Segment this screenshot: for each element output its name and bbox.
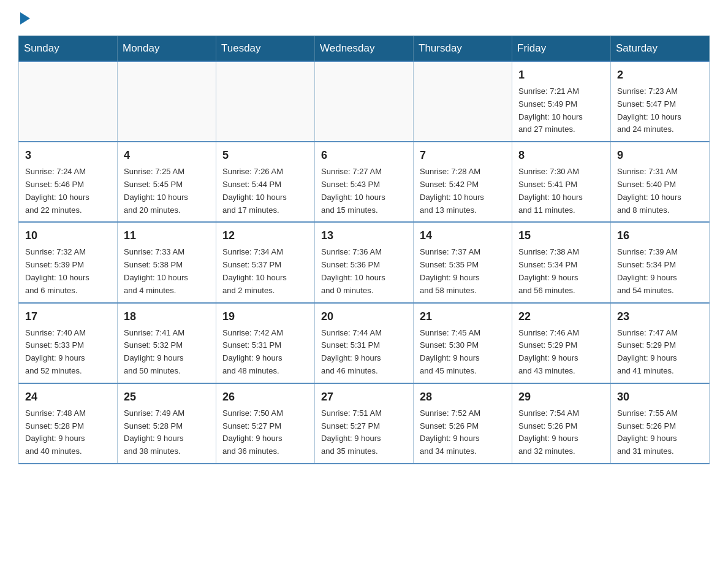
- weekday-header-thursday: Thursday: [414, 36, 512, 62]
- calendar-cell: 21Sunrise: 7:45 AM Sunset: 5:30 PM Dayli…: [414, 303, 512, 383]
- day-info: Sunrise: 7:23 AM Sunset: 5:47 PM Dayligh…: [617, 85, 703, 136]
- calendar-week-row: 17Sunrise: 7:40 AM Sunset: 5:33 PM Dayli…: [19, 303, 710, 383]
- day-number: 24: [25, 389, 111, 405]
- day-number: 27: [321, 389, 407, 405]
- weekday-header-sunday: Sunday: [19, 36, 118, 62]
- calendar-cell: 16Sunrise: 7:39 AM Sunset: 5:34 PM Dayli…: [611, 222, 710, 302]
- day-info: Sunrise: 7:47 AM Sunset: 5:29 PM Dayligh…: [617, 327, 703, 378]
- day-info: Sunrise: 7:26 AM Sunset: 5:44 PM Dayligh…: [222, 166, 308, 216]
- day-info: Sunrise: 7:46 AM Sunset: 5:29 PM Dayligh…: [518, 327, 604, 378]
- day-info: Sunrise: 7:44 AM Sunset: 5:31 PM Dayligh…: [321, 327, 407, 378]
- day-number: 13: [321, 228, 407, 244]
- day-number: 12: [222, 228, 308, 244]
- day-info: Sunrise: 7:50 AM Sunset: 5:27 PM Dayligh…: [222, 407, 308, 458]
- day-info: Sunrise: 7:21 AM Sunset: 5:49 PM Dayligh…: [518, 85, 604, 136]
- weekday-header-row: SundayMondayTuesdayWednesdayThursdayFrid…: [19, 36, 710, 62]
- day-number: 1: [518, 67, 604, 83]
- day-number: 21: [420, 308, 506, 325]
- calendar-cell: 12Sunrise: 7:34 AM Sunset: 5:37 PM Dayli…: [216, 222, 315, 302]
- calendar-week-row: 3Sunrise: 7:24 AM Sunset: 5:46 PM Daylig…: [19, 142, 710, 222]
- logo-arrow-icon: [20, 12, 30, 25]
- day-number: 5: [222, 147, 308, 164]
- calendar-cell: 1Sunrise: 7:21 AM Sunset: 5:49 PM Daylig…: [512, 61, 611, 142]
- logo: [18, 12, 30, 23]
- day-info: Sunrise: 7:41 AM Sunset: 5:32 PM Dayligh…: [124, 327, 210, 378]
- calendar-cell: 6Sunrise: 7:27 AM Sunset: 5:43 PM Daylig…: [315, 142, 414, 222]
- calendar-cell: 9Sunrise: 7:31 AM Sunset: 5:40 PM Daylig…: [611, 142, 710, 222]
- calendar-cell: 30Sunrise: 7:55 AM Sunset: 5:26 PM Dayli…: [611, 383, 710, 464]
- day-info: Sunrise: 7:28 AM Sunset: 5:42 PM Dayligh…: [420, 166, 506, 216]
- calendar-cell: 20Sunrise: 7:44 AM Sunset: 5:31 PM Dayli…: [315, 303, 414, 383]
- calendar-cell: 27Sunrise: 7:51 AM Sunset: 5:27 PM Dayli…: [315, 383, 414, 464]
- day-number: 8: [518, 147, 604, 164]
- weekday-header-monday: Monday: [118, 36, 216, 62]
- calendar-cell: [216, 61, 315, 142]
- calendar-cell: 17Sunrise: 7:40 AM Sunset: 5:33 PM Dayli…: [19, 303, 118, 383]
- day-info: Sunrise: 7:36 AM Sunset: 5:36 PM Dayligh…: [321, 246, 407, 297]
- calendar-cell: 2Sunrise: 7:23 AM Sunset: 5:47 PM Daylig…: [611, 61, 710, 142]
- day-info: Sunrise: 7:48 AM Sunset: 5:28 PM Dayligh…: [25, 407, 111, 458]
- day-info: Sunrise: 7:55 AM Sunset: 5:26 PM Dayligh…: [617, 407, 703, 458]
- day-number: 19: [222, 308, 308, 325]
- day-number: 30: [617, 389, 703, 405]
- calendar-week-row: 10Sunrise: 7:32 AM Sunset: 5:39 PM Dayli…: [19, 222, 710, 302]
- day-number: 15: [518, 228, 604, 244]
- calendar-cell: 8Sunrise: 7:30 AM Sunset: 5:41 PM Daylig…: [512, 142, 611, 222]
- calendar-cell: [118, 61, 216, 142]
- day-info: Sunrise: 7:27 AM Sunset: 5:43 PM Dayligh…: [321, 166, 407, 216]
- weekday-header-saturday: Saturday: [611, 36, 710, 62]
- calendar-cell: 15Sunrise: 7:38 AM Sunset: 5:34 PM Dayli…: [512, 222, 611, 302]
- calendar-cell: 4Sunrise: 7:25 AM Sunset: 5:45 PM Daylig…: [118, 142, 216, 222]
- day-number: 22: [518, 308, 604, 325]
- calendar-cell: [19, 61, 118, 142]
- day-number: 20: [321, 308, 407, 325]
- calendar-week-row: 24Sunrise: 7:48 AM Sunset: 5:28 PM Dayli…: [19, 383, 710, 464]
- calendar-cell: 10Sunrise: 7:32 AM Sunset: 5:39 PM Dayli…: [19, 222, 118, 302]
- day-number: 25: [124, 389, 210, 405]
- day-info: Sunrise: 7:52 AM Sunset: 5:26 PM Dayligh…: [420, 407, 506, 458]
- day-number: 3: [25, 147, 111, 164]
- day-number: 28: [420, 389, 506, 405]
- day-info: Sunrise: 7:31 AM Sunset: 5:40 PM Dayligh…: [617, 166, 703, 216]
- logo-general: [18, 12, 30, 23]
- calendar-cell: [414, 61, 512, 142]
- day-info: Sunrise: 7:54 AM Sunset: 5:26 PM Dayligh…: [518, 407, 604, 458]
- day-number: 9: [617, 147, 703, 164]
- calendar-cell: 25Sunrise: 7:49 AM Sunset: 5:28 PM Dayli…: [118, 383, 216, 464]
- day-info: Sunrise: 7:25 AM Sunset: 5:45 PM Dayligh…: [124, 166, 210, 216]
- day-info: Sunrise: 7:30 AM Sunset: 5:41 PM Dayligh…: [518, 166, 604, 216]
- day-number: 11: [124, 228, 210, 244]
- day-number: 7: [420, 147, 506, 164]
- day-number: 6: [321, 147, 407, 164]
- calendar-week-row: 1Sunrise: 7:21 AM Sunset: 5:49 PM Daylig…: [19, 61, 710, 142]
- day-info: Sunrise: 7:51 AM Sunset: 5:27 PM Dayligh…: [321, 407, 407, 458]
- weekday-header-tuesday: Tuesday: [216, 36, 315, 62]
- day-info: Sunrise: 7:38 AM Sunset: 5:34 PM Dayligh…: [518, 246, 604, 297]
- calendar-cell: 11Sunrise: 7:33 AM Sunset: 5:38 PM Dayli…: [118, 222, 216, 302]
- page-header: [18, 12, 710, 23]
- day-number: 2: [617, 67, 703, 83]
- calendar-cell: 7Sunrise: 7:28 AM Sunset: 5:42 PM Daylig…: [414, 142, 512, 222]
- day-number: 14: [420, 228, 506, 244]
- calendar-cell: 23Sunrise: 7:47 AM Sunset: 5:29 PM Dayli…: [611, 303, 710, 383]
- day-number: 18: [124, 308, 210, 325]
- day-info: Sunrise: 7:37 AM Sunset: 5:35 PM Dayligh…: [420, 246, 506, 297]
- calendar-cell: [315, 61, 414, 142]
- calendar-cell: 28Sunrise: 7:52 AM Sunset: 5:26 PM Dayli…: [414, 383, 512, 464]
- day-number: 16: [617, 228, 703, 244]
- weekday-header-friday: Friday: [512, 36, 611, 62]
- day-info: Sunrise: 7:24 AM Sunset: 5:46 PM Dayligh…: [25, 166, 111, 216]
- day-info: Sunrise: 7:39 AM Sunset: 5:34 PM Dayligh…: [617, 246, 703, 297]
- day-number: 23: [617, 308, 703, 325]
- day-info: Sunrise: 7:33 AM Sunset: 5:38 PM Dayligh…: [124, 246, 210, 297]
- day-number: 29: [518, 389, 604, 405]
- day-info: Sunrise: 7:45 AM Sunset: 5:30 PM Dayligh…: [420, 327, 506, 378]
- calendar-cell: 14Sunrise: 7:37 AM Sunset: 5:35 PM Dayli…: [414, 222, 512, 302]
- day-info: Sunrise: 7:49 AM Sunset: 5:28 PM Dayligh…: [124, 407, 210, 458]
- calendar-cell: 24Sunrise: 7:48 AM Sunset: 5:28 PM Dayli…: [19, 383, 118, 464]
- day-info: Sunrise: 7:34 AM Sunset: 5:37 PM Dayligh…: [222, 246, 308, 297]
- calendar-cell: 26Sunrise: 7:50 AM Sunset: 5:27 PM Dayli…: [216, 383, 315, 464]
- weekday-header-wednesday: Wednesday: [315, 36, 414, 62]
- calendar-cell: 29Sunrise: 7:54 AM Sunset: 5:26 PM Dayli…: [512, 383, 611, 464]
- calendar-cell: 18Sunrise: 7:41 AM Sunset: 5:32 PM Dayli…: [118, 303, 216, 383]
